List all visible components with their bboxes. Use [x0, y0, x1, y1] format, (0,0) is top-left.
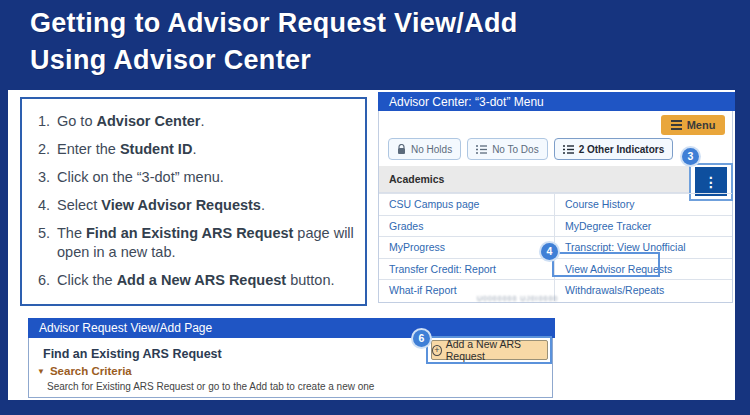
link-transfer-credit-report[interactable]: Transfer Credit: Report	[379, 259, 554, 280]
table-row: Grades MyDegree Tracker	[379, 215, 732, 237]
step-text: Enter the Student ID.	[57, 140, 196, 159]
pill-label: No To Dos	[492, 144, 539, 155]
instruction-step-3: 3. Click on the “3-dot” menu.	[32, 168, 357, 187]
step6-badge: 6	[413, 330, 430, 347]
link-grades[interactable]: Grades	[379, 216, 554, 237]
link-myprogress[interactable]: MyProgress	[379, 237, 554, 258]
no-holds-pill[interactable]: No Holds	[388, 138, 461, 160]
pill-label: No Holds	[411, 144, 452, 155]
slide: Getting to Advisor Request View/Add Usin…	[0, 0, 750, 415]
list-icon	[476, 145, 487, 154]
other-indicators-pill[interactable]: 2 Other Indicators	[554, 138, 674, 160]
page-title-line1: Getting to Advisor Request View/Add	[30, 5, 518, 42]
link-withdrawals-repeats[interactable]: Withdrawals/Repeats	[554, 280, 732, 301]
hamburger-icon	[671, 120, 682, 130]
link-csu-campus-page[interactable]: CSU Campus page	[379, 194, 554, 215]
lock-icon	[397, 144, 406, 155]
search-criteria-toggle[interactable]: ▼ Search Criteria	[37, 365, 132, 377]
instruction-step-2: 2. Enter the Student ID.	[32, 140, 357, 159]
link-mydegree-tracker[interactable]: MyDegree Tracker	[554, 216, 732, 237]
menu-button-label: Menu	[687, 119, 716, 131]
step-number: 1.	[32, 112, 50, 131]
menu-button[interactable]: Menu	[661, 115, 725, 135]
step-text: Click on the “3-dot” menu.	[57, 168, 224, 187]
search-criteria-label: Search Criteria	[50, 365, 132, 377]
step-text: The Find an Existing ARS Request page wi…	[57, 224, 357, 262]
plus-icon: +	[432, 345, 442, 356]
advisor-center-screenshot: Advisor Center: “3-dot” Menu Menu No Hol…	[378, 92, 733, 303]
link-course-history[interactable]: Course History	[554, 194, 732, 215]
page-title: Getting to Advisor Request View/Add Usin…	[30, 5, 518, 79]
list-icon	[563, 145, 574, 154]
three-dot-menu-button[interactable]: ⋮	[695, 167, 727, 196]
step3-badge: 3	[682, 148, 699, 165]
step4-badge: 4	[541, 243, 558, 260]
instruction-step-5: 5. The Find an Existing ARS Request page…	[32, 224, 357, 262]
step-text: Click the Add a New ARS Request button.	[57, 271, 334, 290]
instruction-step-4: 4. Select View Advisor Requests.	[32, 196, 357, 215]
pill-label: 2 Other Indicators	[579, 144, 665, 155]
add-button-label: Add a New ARS Request	[446, 338, 547, 362]
step-text: Go to Advisor Center.	[57, 112, 204, 131]
instructions-panel: 1. Go to Advisor Center. 2. Enter the St…	[20, 97, 367, 306]
page-title-line2: Using Advisor Center	[30, 42, 518, 79]
instruction-step-6: 6. Click the Add a New ARS Request butto…	[32, 271, 357, 290]
request-page-header: Advisor Request View/Add Page	[28, 318, 555, 338]
add-new-ars-request-button[interactable]: + Add a New ARS Request	[431, 340, 548, 360]
step4-highlight-box	[552, 252, 660, 277]
step-number: 6.	[32, 271, 50, 290]
advisor-center-header: Advisor Center: “3-dot” Menu	[378, 92, 735, 111]
no-to-dos-pill[interactable]: No To Dos	[467, 138, 548, 160]
kebab-icon: ⋮	[704, 174, 718, 190]
step-number: 3.	[32, 168, 50, 187]
table-row: CSU Campus page Course History	[379, 193, 732, 215]
triangle-down-icon: ▼	[37, 367, 45, 376]
instruction-step-1: 1. Go to Advisor Center.	[32, 112, 357, 131]
search-hint-text: Search for Existing ARS Request or go to…	[47, 381, 374, 392]
request-page-screenshot: Advisor Request View/Add Page Find an Ex…	[28, 318, 553, 398]
redacted-student-id: U0000000 UJ0I0000	[477, 295, 558, 302]
academics-section-header: Academics	[379, 166, 689, 193]
find-existing-ars-title: Find an Existing ARS Request	[43, 347, 222, 361]
step-number: 4.	[32, 196, 50, 215]
step-number: 5.	[32, 224, 50, 262]
step-text: Select View Advisor Requests.	[57, 196, 265, 215]
indicator-pills: No Holds No To Dos 2 Other Indicators	[388, 138, 673, 160]
step-number: 2.	[32, 140, 50, 159]
